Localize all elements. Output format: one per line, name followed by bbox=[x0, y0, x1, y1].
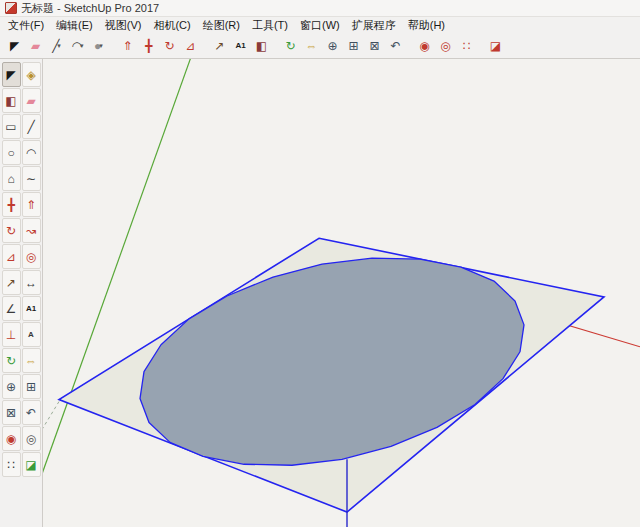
push-pull-tool[interactable]: ⇑ bbox=[22, 192, 41, 217]
push-pull-tool-icon: ⇑ bbox=[122, 40, 132, 52]
tape-measure-tool-icon: ↗ bbox=[214, 40, 224, 52]
dropdown-arrow-icon[interactable]: ▾ bbox=[57, 42, 61, 49]
position-camera-tool[interactable]: ◉ bbox=[414, 34, 435, 57]
freehand-tool[interactable]: ∼ bbox=[22, 166, 41, 191]
viewport[interactable] bbox=[43, 59, 640, 527]
dimension-tool[interactable]: ↔ bbox=[22, 270, 41, 295]
make-component-tool[interactable]: ◈ bbox=[22, 62, 41, 87]
section-plane-tool[interactable]: ◪ bbox=[22, 452, 41, 477]
menu-tools[interactable]: 工具(T) bbox=[246, 17, 294, 34]
zoom-tool-icon: ⊕ bbox=[327, 40, 337, 52]
freehand-tool-icon: ∼ bbox=[26, 173, 36, 185]
previous-view-tool-icon: ↶ bbox=[26, 407, 36, 419]
dropdown-arrow-icon[interactable]: ▾ bbox=[99, 42, 103, 49]
zoom-extents-tool-icon: ⊠ bbox=[369, 40, 379, 52]
select-tool[interactable]: ◤ bbox=[4, 34, 25, 57]
text-tool-icon: A1 bbox=[235, 42, 245, 50]
menu-extensions[interactable]: 扩展程序 bbox=[346, 17, 402, 34]
section-plane-tool-icon: ◪ bbox=[25, 459, 36, 471]
walk-tool[interactable]: ∷ bbox=[2, 452, 21, 477]
protractor-tool[interactable]: ∠ bbox=[2, 296, 21, 321]
zoom-window-tool[interactable]: ⊞ bbox=[343, 34, 364, 57]
eraser-tool[interactable]: ▰ bbox=[22, 88, 41, 113]
walk-tool[interactable]: ∷ bbox=[456, 34, 477, 57]
3d-text-tool[interactable]: A bbox=[22, 322, 41, 347]
zoom-window-tool[interactable]: ⊞ bbox=[22, 374, 41, 399]
polygon-tool-icon: ⌂ bbox=[7, 173, 14, 185]
move-tool-icon: ╋ bbox=[145, 40, 152, 52]
previous-view-tool[interactable]: ↶ bbox=[385, 34, 406, 57]
rectangle-tool[interactable]: ▭ bbox=[2, 114, 21, 139]
eraser-tool-icon: ▰ bbox=[31, 40, 40, 52]
zoom-tool[interactable]: ⊕ bbox=[2, 374, 21, 399]
section-plane-tool[interactable]: ◪ bbox=[485, 34, 506, 57]
scale-tool-icon: ⊿ bbox=[6, 251, 16, 263]
zoom-extents-tool[interactable]: ⊠ bbox=[2, 400, 21, 425]
rotate-tool-icon: ↻ bbox=[164, 40, 174, 52]
protractor-tool-icon: ∠ bbox=[6, 303, 17, 315]
zoom-window-tool-icon: ⊞ bbox=[348, 40, 358, 52]
title-bar: 无标题 - SketchUp Pro 2017 bbox=[0, 0, 640, 17]
menu-help[interactable]: 帮助(H) bbox=[402, 17, 451, 34]
select-tool[interactable]: ◤ bbox=[2, 62, 21, 87]
scale-tool[interactable]: ⊿ bbox=[180, 34, 201, 57]
rotate-tool[interactable]: ↻ bbox=[2, 218, 21, 243]
zoom-extents-tool[interactable]: ⊠ bbox=[364, 34, 385, 57]
look-around-tool[interactable]: ◎ bbox=[435, 34, 456, 57]
pan-tool[interactable]: ⇔ bbox=[301, 34, 322, 57]
orbit-tool-icon: ↻ bbox=[285, 40, 295, 52]
rotate-tool[interactable]: ↻ bbox=[159, 34, 180, 57]
tape-measure-tool[interactable]: ↗ bbox=[209, 34, 230, 57]
eraser-tool[interactable]: ▰ bbox=[25, 34, 46, 57]
circle-tool-icon: ○ bbox=[7, 147, 14, 159]
arc-tool[interactable]: ◠ bbox=[22, 140, 41, 165]
position-camera-tool[interactable]: ◉ bbox=[2, 426, 21, 451]
paint-bucket-tool-icon: ◧ bbox=[256, 40, 267, 52]
pan-tool-icon: ⇔ bbox=[25, 355, 37, 367]
window-title: 无标题 - SketchUp Pro 2017 bbox=[21, 1, 159, 16]
make-component-tool-icon: ◈ bbox=[26, 69, 35, 81]
select-tool-icon: ◤ bbox=[10, 40, 19, 52]
menu-draw[interactable]: 绘图(R) bbox=[197, 17, 246, 34]
line-tool[interactable]: ╱▾ bbox=[46, 34, 67, 57]
sketchup-app-icon bbox=[5, 2, 17, 14]
dropdown-arrow-icon[interactable]: ▾ bbox=[80, 42, 84, 49]
move-tool[interactable]: ╋ bbox=[2, 192, 21, 217]
offset-tool[interactable]: ◎ bbox=[22, 244, 41, 269]
menu-file[interactable]: 文件(F) bbox=[2, 17, 50, 34]
paint-bucket-tool[interactable]: ◧ bbox=[251, 34, 272, 57]
push-pull-tool[interactable]: ⇑ bbox=[117, 34, 138, 57]
text-tool[interactable]: A1 bbox=[230, 34, 251, 57]
axes-tool[interactable]: ⊥ bbox=[2, 322, 21, 347]
menu-edit[interactable]: 编辑(E) bbox=[50, 17, 99, 34]
scale-tool-icon: ⊿ bbox=[185, 40, 195, 52]
zoom-extents-tool-icon: ⊠ bbox=[6, 407, 16, 419]
shapes-tool[interactable]: ●▾ bbox=[88, 34, 109, 57]
position-camera-tool-icon: ◉ bbox=[6, 433, 16, 445]
orbit-tool[interactable]: ↻ bbox=[2, 348, 21, 373]
polygon-tool[interactable]: ⌂ bbox=[2, 166, 21, 191]
menu-window[interactable]: 窗口(W) bbox=[294, 17, 346, 34]
pan-tool[interactable]: ⇔ bbox=[22, 348, 41, 373]
circle-tool[interactable]: ○ bbox=[2, 140, 21, 165]
line-tool-icon: ╱ bbox=[27, 121, 34, 133]
menu-view[interactable]: 视图(V) bbox=[99, 17, 148, 34]
move-tool[interactable]: ╋ bbox=[138, 34, 159, 57]
previous-view-tool[interactable]: ↶ bbox=[22, 400, 41, 425]
orbit-tool-icon: ↻ bbox=[6, 355, 16, 367]
zoom-tool[interactable]: ⊕ bbox=[322, 34, 343, 57]
look-around-tool[interactable]: ◎ bbox=[22, 426, 41, 451]
eraser-tool-icon: ▰ bbox=[26, 95, 35, 107]
paint-bucket-tool[interactable]: ◧ bbox=[2, 88, 21, 113]
move-tool-icon: ╋ bbox=[7, 199, 14, 211]
follow-me-tool[interactable]: ↝ bbox=[22, 218, 41, 243]
arc-tool[interactable]: ◠▾ bbox=[67, 34, 88, 57]
text-tool[interactable]: A1 bbox=[22, 296, 41, 321]
menu-camera[interactable]: 相机(C) bbox=[147, 17, 196, 34]
tape-measure-tool[interactable]: ↗ bbox=[2, 270, 21, 295]
scale-tool[interactable]: ⊿ bbox=[2, 244, 21, 269]
viewport-canvas[interactable] bbox=[43, 59, 640, 527]
line-tool[interactable]: ╱ bbox=[22, 114, 41, 139]
sketchup-window: 无标题 - SketchUp Pro 2017 文件(F)编辑(E)视图(V)相… bbox=[0, 0, 640, 527]
orbit-tool[interactable]: ↻ bbox=[280, 34, 301, 57]
